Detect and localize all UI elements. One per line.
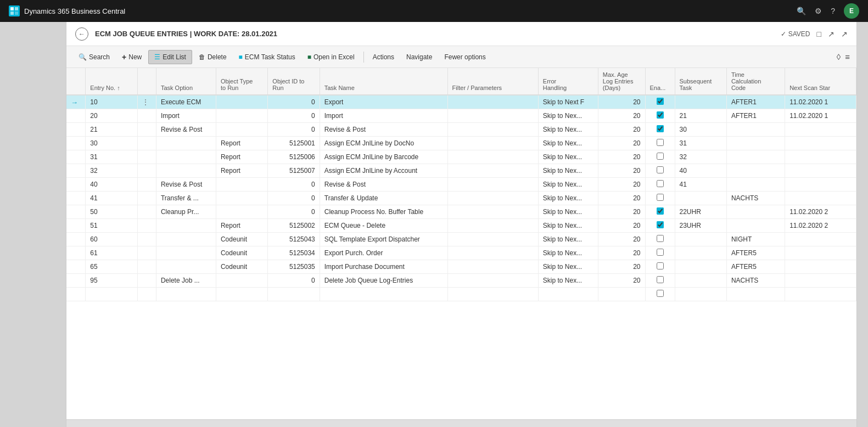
enabled-checkbox[interactable]: [657, 207, 664, 215]
enabled-checkbox[interactable]: [657, 180, 664, 187]
enabled-cell[interactable]: [645, 123, 675, 137]
enabled-cell[interactable]: [645, 178, 675, 192]
filter-icon[interactable]: ◊: [837, 52, 841, 61]
row-menu-cell[interactable]: [137, 219, 156, 233]
time-calc-code-cell: AFTER5: [726, 246, 785, 260]
object-id-cell: 5125043: [268, 233, 320, 246]
row-menu-cell[interactable]: [137, 123, 156, 137]
open-in-excel-button[interactable]: ■ Open in Excel: [302, 50, 360, 64]
enabled-cell[interactable]: [645, 219, 675, 233]
row-menu-cell[interactable]: [137, 150, 156, 164]
new-button[interactable]: + New: [116, 50, 147, 64]
enabled-cell[interactable]: [645, 192, 675, 205]
table-row[interactable]: 31Report5125006Assign ECM JnlLine by Bar…: [66, 150, 856, 164]
enabled-cell[interactable]: [645, 150, 675, 164]
scrollbar-area[interactable]: [66, 419, 856, 427]
table-row[interactable]: 21Revise & Post0Revise & PostSkip to Nex…: [66, 123, 856, 137]
row-menu-cell[interactable]: [137, 109, 156, 123]
col-entry-no[interactable]: Entry No. ↑: [86, 68, 137, 95]
table-row[interactable]: 60Codeunit5125043SQL Template Export Dis…: [66, 233, 856, 246]
col-filter-params[interactable]: Filter / Parameters: [447, 68, 538, 95]
navigate-button[interactable]: Navigate: [401, 50, 438, 64]
table-row[interactable]: 30Report5125001Assign ECM JnlLine by Doc…: [66, 137, 856, 150]
enabled-checkbox[interactable]: [657, 98, 664, 105]
enabled-checkbox[interactable]: [657, 276, 664, 283]
back-button[interactable]: ←: [75, 27, 88, 41]
table-row[interactable]: 20Import0ImportSkip to Nex...2021AFTER11…: [66, 109, 856, 123]
enabled-checkbox[interactable]: [657, 249, 664, 256]
settings-icon[interactable]: ⚙: [815, 7, 822, 15]
row-menu-cell[interactable]: [137, 233, 156, 246]
row-menu-cell[interactable]: [137, 246, 156, 260]
view-options-icon[interactable]: ≡: [845, 52, 850, 61]
expand-icon[interactable]: ↗: [841, 30, 848, 38]
task-name-cell: ECM Queue - Delete: [320, 219, 447, 233]
bookmark-icon[interactable]: □: [817, 30, 821, 38]
col-subsequent-task[interactable]: SubsequentTask: [675, 68, 726, 95]
col-next-scan[interactable]: Next Scan Star: [785, 68, 856, 95]
col-max-age[interactable]: Max. AgeLog Entries(Days): [598, 68, 645, 95]
table-row[interactable]: 41Transfer & ...0Transfer & UpdateSkip t…: [66, 192, 856, 205]
col-time-calc-code[interactable]: TimeCalculationCode: [726, 68, 785, 95]
table-row[interactable]: 95Delete Job ...0Delete Job Queue Log-En…: [66, 274, 856, 288]
object-type-cell: [216, 205, 267, 219]
entry-no-cell: 30: [86, 137, 137, 150]
entry-no-cell: 60: [86, 233, 137, 246]
enabled-cell[interactable]: [645, 205, 675, 219]
row-menu-cell[interactable]: [137, 274, 156, 288]
row-menu-cell[interactable]: [137, 192, 156, 205]
table-row[interactable]: 61Codeunit5125034Export Purch. OrderSkip…: [66, 246, 856, 260]
table-row[interactable]: 32Report5125007Assign ECM JnlLine by Acc…: [66, 164, 856, 178]
col-enabled[interactable]: Ena...: [645, 68, 675, 95]
table-row[interactable]: 65Codeunit5125035Import Purchase Documen…: [66, 260, 856, 274]
search-icon[interactable]: 🔍: [797, 7, 806, 15]
user-avatar[interactable]: E: [844, 3, 859, 19]
col-error-handling[interactable]: ErrorHandling: [538, 68, 598, 95]
actions-button[interactable]: Actions: [367, 50, 400, 64]
error-handling-cell: Skip to Nex...: [538, 150, 598, 164]
entry-no-cell: 95: [86, 274, 137, 288]
delete-button[interactable]: 🗑 Delete: [193, 50, 232, 64]
table-row[interactable]: 51Report5125002ECM Queue - DeleteSkip to…: [66, 219, 856, 233]
enabled-checkbox[interactable]: [657, 139, 664, 146]
table-row[interactable]: 40Revise & Post0Revise & PostSkip to Nex…: [66, 178, 856, 192]
enabled-checkbox[interactable]: [657, 194, 664, 201]
search-button[interactable]: 🔍 Search: [73, 50, 115, 64]
enabled-cell[interactable]: [645, 109, 675, 123]
enabled-checkbox[interactable]: [657, 221, 664, 228]
share-icon[interactable]: ↗: [828, 30, 835, 38]
enabled-checkbox[interactable]: [657, 125, 664, 132]
enabled-cell[interactable]: [645, 137, 675, 150]
enabled-cell[interactable]: [645, 164, 675, 178]
col-task-name[interactable]: Task Name: [320, 68, 447, 95]
enabled-checkbox[interactable]: [657, 111, 664, 119]
entry-no-cell: 20: [86, 109, 137, 123]
enabled-cell[interactable]: [645, 260, 675, 274]
col-task-option[interactable]: Task Option: [156, 68, 216, 95]
row-context-menu-icon[interactable]: ⋮: [142, 98, 149, 106]
row-menu-cell[interactable]: [137, 164, 156, 178]
row-menu-cell[interactable]: [137, 260, 156, 274]
edit-list-button[interactable]: ☰ Edit List: [148, 50, 192, 64]
row-menu-cell[interactable]: [137, 178, 156, 192]
enabled-checkbox[interactable]: [657, 262, 664, 269]
fewer-options-button[interactable]: Fewer options: [439, 50, 491, 64]
enabled-cell[interactable]: [645, 95, 675, 109]
col-object-type[interactable]: Object Typeto Run: [216, 68, 267, 95]
enabled-checkbox[interactable]: [657, 166, 664, 173]
enabled-checkbox[interactable]: [657, 235, 664, 242]
enabled-cell[interactable]: [645, 274, 675, 288]
entry-no-cell: 31: [86, 150, 137, 164]
help-icon[interactable]: ?: [831, 7, 835, 15]
row-menu-cell[interactable]: [137, 205, 156, 219]
ecm-task-status-button[interactable]: ■ ECM Task Status: [233, 50, 301, 64]
table-row[interactable]: →10⋮Execute ECM0ExportSkip to Next F20AF…: [66, 95, 856, 109]
row-menu-cell[interactable]: [137, 137, 156, 150]
col-object-id[interactable]: Object ID toRun: [268, 68, 320, 95]
table-row[interactable]: 50Cleanup Pr...0Cleanup Process No. Buff…: [66, 205, 856, 219]
empty-row-checkbox[interactable]: [657, 290, 664, 297]
enabled-cell[interactable]: [645, 233, 675, 246]
row-menu-cell[interactable]: ⋮: [137, 95, 156, 109]
enabled-checkbox[interactable]: [657, 153, 664, 160]
enabled-cell[interactable]: [645, 246, 675, 260]
